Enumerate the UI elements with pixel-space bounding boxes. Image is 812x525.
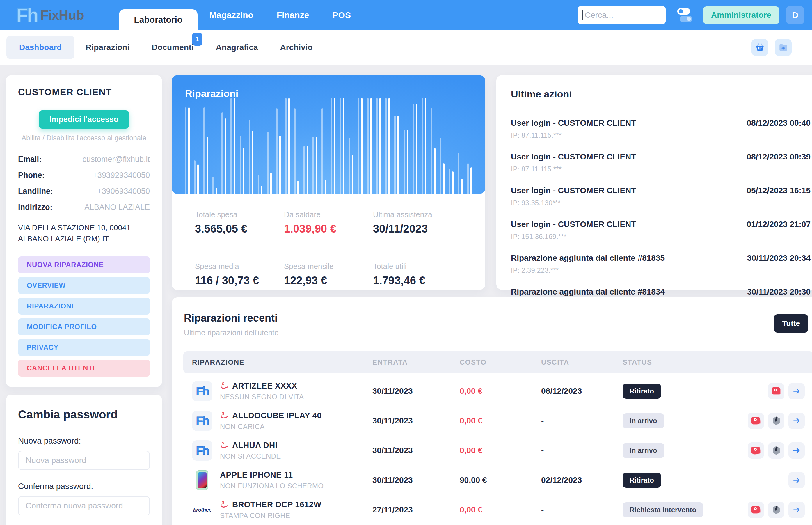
device-text: $ ARTIZLEE XXXX NESSUN SEGNO DI VITA [220,381,304,401]
search-input[interactable] [578,6,666,24]
table-row[interactable]: Fh $ ARTIZLEE XXXX NESSUN SEGNO DI VITA … [183,376,812,406]
all-repairs-button[interactable]: Tutte [774,314,808,333]
chart-bar-pair [230,92,235,194]
chart-bars [185,92,472,194]
chart-bar-pair [276,92,281,194]
camera-button[interactable] [748,442,764,459]
open-repair-button[interactable] [788,383,805,399]
svg-text:$: $ [222,500,225,505]
brand-logo[interactable]: Fh FixHub [16,4,84,26]
subnav-dashboard[interactable]: Dashboard [6,36,75,59]
chart-bar-solid [407,130,408,194]
subnav-label: Documenti [152,43,194,52]
open-repair-button[interactable] [788,412,805,429]
row-actions [748,472,805,488]
open-repair-button[interactable] [788,502,805,518]
chart-bar-solid [425,98,426,194]
customer-full-address: VIA DELLA STAZIONE 10, 00041 ALBANO LAZI… [18,222,150,244]
confirm-password-field[interactable] [18,496,150,515]
chart-bar-faded [422,98,423,194]
chart-bar-solid [443,163,445,194]
subnav-anagrafica[interactable]: Anagrafica [205,43,269,52]
customer-menu: NUOVA RIPARAZIONE OVERVIEW RIPARAZIONI M… [18,256,150,377]
camera-button[interactable] [748,502,764,518]
device-name: APPLE IPHONE 11 [220,470,293,480]
tab-finanze[interactable]: Finanze [265,0,321,30]
camera-button[interactable] [748,412,764,429]
basket-icon [755,43,765,52]
chart-bar-faded [194,160,196,194]
chart-bar-solid [379,98,381,194]
recent-repairs-title: Riparazioni recenti [184,312,812,324]
subnav-riparazioni[interactable]: Riparazioni [75,43,140,52]
chart-bar-pair [367,92,372,194]
warranty-button[interactable] [768,442,784,459]
chart-bar-faded [304,146,305,194]
table-row[interactable]: $ APPLE IPHONE 11 NON FUNZIONA LO SCHERM… [183,465,812,495]
warranty-button[interactable] [768,412,784,429]
chart-bar-faded [294,108,295,194]
password-card-title: Cambia password [18,408,150,421]
stat-label: Spesa media [195,262,284,271]
tab-laboratorio[interactable]: Laboratorio [119,9,198,30]
user-avatar[interactable]: D [786,6,805,25]
add-folder-button[interactable] [775,39,792,56]
row-actions [748,502,805,518]
tab-pos[interactable]: POS [321,0,363,30]
stat-label: Totale utili [373,262,462,271]
open-repair-button[interactable] [788,442,805,459]
chart-bar-pair [267,92,272,194]
open-repair-button[interactable] [788,472,805,488]
tab-magazzino[interactable]: Magazzino [198,0,265,30]
basket-button[interactable] [751,39,768,56]
chart-bar-faded [267,132,269,194]
menu-nuova-riparazione[interactable]: NUOVA RIPARAZIONE [18,256,150,273]
chart-bar-pair [294,92,299,194]
table-row[interactable]: Fh $ ALLDOCUBE IPLAY 40 NON CARICA 30/11… [183,406,812,436]
chart-bar-pair [467,92,472,194]
chart-bar-pair [194,92,199,194]
subnav-archivio[interactable]: Archivio [269,43,324,52]
entrata-date: 30/11/2023 [372,416,460,425]
menu-cancella-utente[interactable]: CANCELLA UTENTE [18,360,150,377]
block-access-button[interactable]: Impedici l'accesso [39,110,129,129]
warranty-button[interactable] [768,502,784,518]
chart-bar-pair [321,92,326,194]
status-badge: In arrivo [623,413,664,429]
action-title: User login - CUSTOMER CLIENT [511,118,636,128]
menu-riparazioni[interactable]: RIPARAZIONI [18,298,150,315]
payment-due-icon: $ [220,500,229,509]
brand-name: FixHub [41,7,84,23]
table-row[interactable]: Fh $ ALHUA DHI NON SI ACCENDE 30/11/2023… [183,436,812,465]
chart-bar-pair [431,92,435,194]
menu-overview[interactable]: OVERVIEW [18,277,150,294]
subnav-documenti[interactable]: Documenti 1 [140,43,205,52]
chart-stats: Totale spesa 3.565,05 € Da saldare 1.039… [172,194,485,287]
arrow-right-icon [792,446,801,455]
chart-bar-pair [285,92,290,194]
device-thumb-label: Fh [196,415,209,427]
chart-bar-solid [452,171,454,194]
camera-icon [771,387,781,395]
table-row[interactable]: brother. $ BROTHER DCP 1612W STAMPA CON … [183,495,812,525]
last-actions-list: User login - CUSTOMER CLIENT IP: 87.11.1… [511,118,811,308]
device-issue: NESSUN SEGNO DI VITA [220,393,304,401]
chart-bar-faded [312,137,314,194]
new-password-field[interactable] [18,451,150,470]
entrata-date: 27/11/2023 [372,505,460,514]
camera-button[interactable] [768,383,784,399]
chart-bar-solid [370,98,372,194]
shield-icon [772,506,780,514]
action-time: 08/12/2023 00:40 [747,118,811,128]
chart-bar-solid [461,179,463,194]
stat-totale-utili: Totale utili 1.793,46 € [373,262,462,287]
chart-bar-faded [230,98,232,194]
menu-privacy[interactable]: PRIVACY [18,339,150,356]
camera-icon [751,447,761,454]
action-title: User login - CUSTOMER CLIENT [511,186,636,195]
menu-modifica-profilo[interactable]: MODIFICA PROFILO [18,318,150,335]
settings-toggles-icon[interactable] [677,6,695,25]
chart-bar-solid [434,148,435,194]
entrata-date: 30/11/2023 [372,446,460,455]
chart-bar-solid [225,118,226,194]
